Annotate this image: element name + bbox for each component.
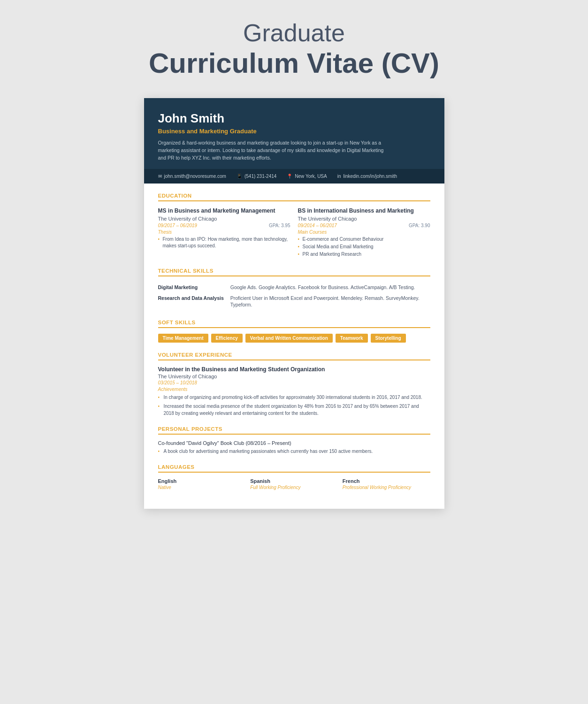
soft-skill-3: Teamwork	[336, 334, 368, 343]
phone-icon: 📱	[237, 174, 242, 179]
edu-bullet-1-0: From Idea to an IPO: How marketing, more…	[158, 236, 290, 249]
edu-dates-2: 09/2014 – 06/2017	[298, 223, 337, 228]
edu-school-2: The University of Chicago	[298, 216, 430, 222]
vol-bullet-1: Increased the social media presence of t…	[158, 403, 430, 417]
cv-header-top: John Smith Business and Marketing Gradua…	[158, 111, 430, 169]
edu-gpa-1: GPA: 3.95	[269, 223, 290, 228]
cv-contact-linkedin: in linkedin.com/in/john.smith	[337, 174, 397, 179]
edu-degree-1: MS in Business and Marketing Management	[158, 207, 290, 215]
soft-skill-0: Time Management	[158, 334, 208, 343]
edu-gpa-2: GPA: 3.90	[409, 223, 430, 228]
cv-contact-location: 📍 New York, USA	[287, 174, 327, 179]
edu-entry-2: BS in International Business and Marketi…	[298, 207, 430, 259]
proj-title: Co-founded "David Ogilvy" Book Club (08/…	[158, 440, 430, 446]
cv-name: John Smith	[158, 111, 430, 126]
page-title-block: Graduate Curriculum Vitae (CV)	[149, 19, 439, 79]
cv-contact-email: ✉ john.smith@novoresume.com	[158, 174, 226, 179]
lang-entry-2: French Professional Working Proficiency	[343, 478, 430, 490]
page-title-line2: Curriculum Vitae (CV)	[149, 47, 439, 79]
lang-entry-0: English Native	[158, 478, 246, 490]
vol-dates: 03/2015 – 10/2018	[158, 380, 430, 385]
soft-skill-2: Verbal and Written Communication	[245, 334, 333, 343]
cv-location-value: New York, USA	[295, 174, 327, 179]
soft-skill-4: Storytelling	[371, 334, 406, 343]
cv-phone-value: (541) 231-2414	[244, 174, 276, 179]
soft-skills-section: SOFT SKILLS Time Management Efficiency V…	[158, 320, 430, 343]
languages-section: LANGUAGES English Native Spanish Full Wo…	[158, 464, 430, 490]
cv-job-title: Business and Marketing Graduate	[158, 128, 430, 135]
edu-degree-2: BS in International Business and Marketi…	[298, 207, 430, 215]
education-grid: MS in Business and Marketing Management …	[158, 207, 430, 259]
email-icon: ✉	[158, 174, 162, 179]
edu-bullet-2-1: Social Media and Email Marketing	[298, 244, 430, 250]
technical-skills-section: TECHNICAL SKILLS Digital Marketing Googl…	[158, 268, 430, 310]
lang-name-1: Spanish	[250, 478, 338, 484]
lang-level-0: Native	[158, 485, 246, 490]
edu-dates-gpa-1: 09/2017 – 06/2019 GPA: 3.95	[158, 223, 290, 228]
vol-school: The University of Chicago	[158, 374, 430, 379]
edu-dates-gpa-2: 09/2014 – 06/2017 GPA: 3.90	[298, 223, 430, 228]
vol-role-title: Volunteer in the Business and Marketing …	[158, 366, 430, 373]
volunteer-section: VOLUNTEER EXPERIENCE Volunteer in the Bu…	[158, 352, 430, 417]
location-icon: 📍	[287, 174, 292, 179]
volunteer-title: VOLUNTEER EXPERIENCE	[158, 352, 430, 360]
edu-school-1: The University of Chicago	[158, 216, 290, 222]
edu-sublabel-2: Main Courses	[298, 230, 430, 235]
edu-entry-1: MS in Business and Marketing Management …	[158, 207, 290, 259]
cv-header: John Smith Business and Marketing Gradua…	[144, 98, 444, 184]
languages-grid: English Native Spanish Full Working Prof…	[158, 478, 430, 490]
cv-summary: Organized & hard-working business and ma…	[158, 139, 393, 161]
lang-level-2: Professional Working Proficiency	[343, 485, 430, 490]
lang-entry-1: Spanish Full Working Proficiency	[250, 478, 338, 490]
lang-name-0: English	[158, 478, 246, 484]
soft-skill-1: Efficiency	[211, 334, 243, 343]
cv-body: EDUCATION MS in Business and Marketing M…	[144, 184, 444, 509]
skill-value-0: Google Ads. Google Analytics. Facebook f…	[230, 282, 430, 293]
edu-sublabel-1: Thesis	[158, 230, 290, 235]
soft-skills-row: Time Management Efficiency Verbal and Wr…	[158, 334, 430, 343]
projects-title: PERSONAL PROJECTS	[158, 426, 430, 435]
edu-dates-1: 09/2017 – 06/2019	[158, 223, 197, 228]
cv-linkedin-value: linkedin.com/in/john.smith	[344, 174, 397, 179]
soft-skills-title: SOFT SKILLS	[158, 320, 430, 328]
vol-bullet-0: In charge of organizing and promoting ki…	[158, 394, 430, 401]
edu-bullet-2-0: E-commerce and Consumer Behaviour	[298, 236, 430, 243]
technical-skills-title: TECHNICAL SKILLS	[158, 268, 430, 276]
cv-email-value: john.smith@novoresume.com	[164, 174, 226, 179]
languages-title: LANGUAGES	[158, 464, 430, 473]
skill-label-1: Research and Data Analysis	[158, 293, 230, 310]
skill-row-0: Digital Marketing Google Ads. Google Ana…	[158, 282, 430, 293]
edu-bullet-2-2: PR and Marketing Research	[298, 251, 430, 258]
cv-document: John Smith Business and Marketing Gradua…	[144, 98, 444, 509]
skill-row-1: Research and Data Analysis Proficient Us…	[158, 293, 430, 310]
skill-value-1: Proficient User in Microsoft Excel and P…	[230, 293, 430, 310]
cv-contact-bar: ✉ john.smith@novoresume.com 📱 (541) 231-…	[144, 169, 444, 184]
projects-section: PERSONAL PROJECTS Co-founded "David Ogil…	[158, 426, 430, 455]
cv-contact-phone: 📱 (541) 231-2414	[237, 174, 276, 179]
vol-achievements-label: Achievements	[158, 387, 430, 392]
lang-level-1: Full Working Proficiency	[250, 485, 338, 490]
proj-bullet-0: A book club for advertising and marketin…	[158, 448, 430, 455]
skill-label-0: Digital Marketing	[158, 282, 230, 293]
page-title-line1: Graduate	[149, 19, 439, 47]
education-section: EDUCATION MS in Business and Marketing M…	[158, 193, 430, 259]
education-section-title: EDUCATION	[158, 193, 430, 201]
skills-table: Digital Marketing Google Ads. Google Ana…	[158, 282, 430, 310]
lang-name-2: French	[343, 478, 430, 484]
linkedin-icon: in	[337, 174, 341, 179]
